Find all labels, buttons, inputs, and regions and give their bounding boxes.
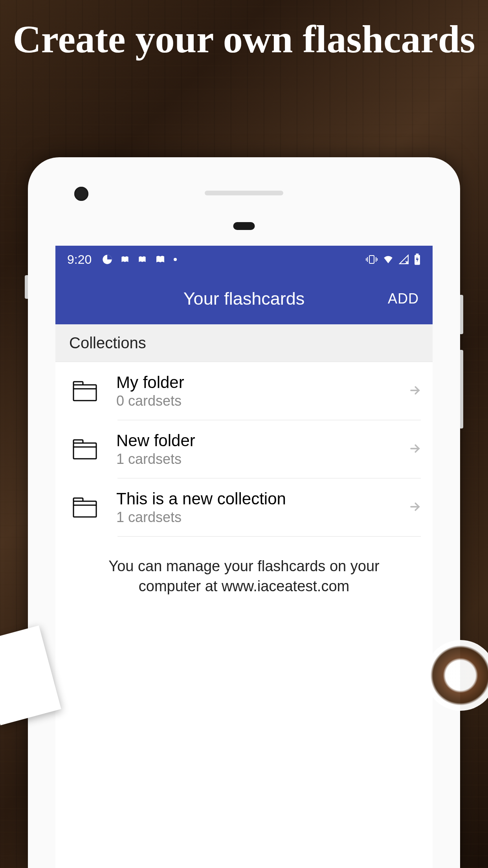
vibrate-icon xyxy=(366,254,378,265)
phone-camera xyxy=(74,187,88,201)
collection-title: This is a new collection xyxy=(116,489,401,508)
collection-subtitle: 1 cardsets xyxy=(116,451,401,467)
section-header-collections: Collections xyxy=(55,324,433,362)
phone-side-button xyxy=(460,350,463,428)
app-bar-title: Your flashcards xyxy=(183,289,305,309)
collection-item[interactable]: My folder 0 cardsets xyxy=(55,362,433,420)
chevron-right-icon xyxy=(409,501,421,514)
collection-text: My folder 0 cardsets xyxy=(116,373,401,409)
svg-rect-9 xyxy=(73,385,96,401)
battery-icon xyxy=(414,254,421,265)
book-icon xyxy=(154,254,166,265)
promo-headline: Create your own flashcards xyxy=(0,16,488,63)
collection-item[interactable]: New folder 1 cardsets xyxy=(55,420,433,478)
svg-rect-15 xyxy=(73,501,96,517)
collection-item[interactable]: This is a new collection 1 cardsets xyxy=(55,478,433,537)
collection-text: This is a new collection 1 cardsets xyxy=(116,489,401,526)
status-bar: 9:20 xyxy=(55,246,433,273)
wifi-icon xyxy=(382,254,394,265)
svg-rect-2 xyxy=(369,256,374,263)
app-bar: Your flashcards ADD xyxy=(55,273,433,324)
status-bar-right xyxy=(366,254,421,265)
dot-icon xyxy=(173,257,177,261)
clock-icon xyxy=(102,254,113,265)
collection-text: New folder 1 cardsets xyxy=(116,431,401,467)
book-icon xyxy=(137,254,147,265)
svg-rect-12 xyxy=(73,443,96,459)
folder-icon xyxy=(67,439,103,460)
status-bar-left: 9:20 xyxy=(67,252,177,267)
collections-list: My folder 0 cardsets New folder 1 cardse… xyxy=(55,362,433,537)
svg-rect-8 xyxy=(416,254,419,255)
phone-frame: 9:20 xyxy=(28,157,460,868)
signal-icon xyxy=(399,254,409,265)
status-time: 9:20 xyxy=(67,252,92,267)
folder-icon xyxy=(67,497,103,518)
collection-subtitle: 1 cardsets xyxy=(116,509,401,526)
collection-title: My folder xyxy=(116,373,401,392)
divider xyxy=(117,536,421,537)
book-icon xyxy=(120,254,130,265)
svg-point-1 xyxy=(174,258,177,261)
collection-title: New folder xyxy=(116,431,401,450)
chevron-right-icon xyxy=(409,384,421,398)
phone-screen: 9:20 xyxy=(55,246,433,868)
chevron-right-icon xyxy=(409,443,421,456)
phone-side-button xyxy=(25,275,28,299)
add-button[interactable]: ADD xyxy=(388,291,419,307)
phone-sensor xyxy=(233,222,255,230)
footer-info-text: You can manage your flashcards on your c… xyxy=(55,537,433,616)
collection-subtitle: 0 cardsets xyxy=(116,393,401,409)
folder-icon xyxy=(67,381,103,401)
phone-side-button xyxy=(460,295,463,334)
phone-speaker xyxy=(205,191,283,195)
